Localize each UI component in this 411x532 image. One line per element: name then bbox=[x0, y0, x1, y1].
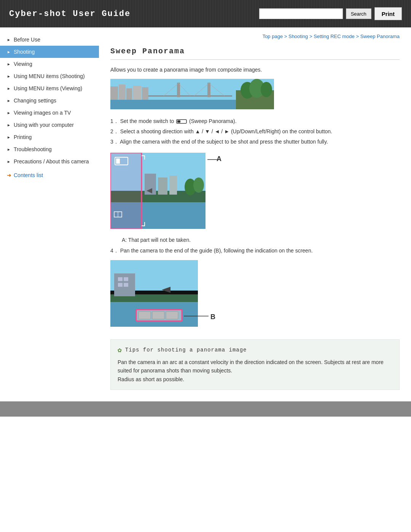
breadcrumb-setting-rec[interactable]: Setting REC mode bbox=[314, 34, 355, 39]
header-controls: Search Print bbox=[259, 7, 402, 20]
print-button[interactable]: Print bbox=[374, 7, 402, 20]
header: Cyber-shot User Guide Search Print bbox=[0, 0, 411, 27]
tips-icon: ✿ bbox=[118, 346, 122, 354]
sidebar-item-viewing-tv[interactable]: ► Viewing images on a TV bbox=[0, 107, 99, 119]
viewfinder-illustration: A bbox=[110, 153, 228, 230]
sidebar: ► Before Use ► Shooting ► Viewing ► Usin… bbox=[0, 27, 99, 401]
svg-rect-5 bbox=[126, 88, 132, 100]
sidebar-item-label: Using MENU items (Shooting) bbox=[14, 73, 85, 79]
step-number: 1． bbox=[110, 118, 119, 124]
step-4: 4． Pan the camera to the end of the guid… bbox=[110, 247, 400, 255]
step-text: Align the camera with the end of the sub… bbox=[120, 139, 328, 145]
sidebar-item-label: Using with your computer bbox=[14, 122, 74, 128]
chevron-right-icon: ► bbox=[7, 147, 11, 152]
tips-box: ✿ Tips for shooting a panorama image Pan… bbox=[110, 339, 400, 390]
chevron-right-icon: ► bbox=[7, 111, 11, 115]
sidebar-item-using-computer[interactable]: ► Using with your computer bbox=[0, 119, 99, 131]
content-area: Top page > Shooting > Setting REC mode >… bbox=[99, 27, 411, 401]
breadcrumb-sweep-panorama[interactable]: Sweep Panorama bbox=[360, 34, 400, 39]
step-number: 3． bbox=[110, 139, 119, 145]
breadcrumb-top-page[interactable]: Top page bbox=[263, 34, 283, 39]
sidebar-item-label: Before Use bbox=[14, 37, 40, 43]
search-button[interactable]: Search bbox=[346, 8, 371, 19]
sidebar-item-before-use[interactable]: ► Before Use bbox=[0, 34, 99, 46]
svg-rect-4 bbox=[119, 85, 126, 100]
step-text: Set the mode switch to bbox=[120, 118, 176, 124]
sidebar-item-label: Changing settings bbox=[14, 97, 56, 104]
svg-rect-10 bbox=[207, 83, 210, 97]
sidebar-item-label: Viewing images on a TV bbox=[14, 110, 71, 116]
sidebar-item-printing[interactable]: ► Printing bbox=[0, 131, 99, 143]
svg-rect-26 bbox=[169, 176, 177, 195]
breadcrumb: Top page > Shooting > Setting REC mode >… bbox=[110, 34, 400, 39]
svg-rect-44 bbox=[124, 283, 128, 287]
sidebar-item-shooting[interactable]: ► Shooting bbox=[0, 46, 99, 58]
step-3: 3． Align the camera with the end of the … bbox=[110, 138, 400, 146]
panorama-mode-icon bbox=[176, 118, 187, 125]
sidebar-item-viewing[interactable]: ► Viewing bbox=[0, 58, 99, 70]
sidebar-item-label: Using MENU items (Viewing) bbox=[14, 85, 82, 91]
chevron-right-icon: ► bbox=[7, 123, 11, 127]
svg-rect-48 bbox=[152, 312, 164, 319]
sidebar-item-menu-shooting[interactable]: ► Using MENU items (Shooting) bbox=[0, 70, 99, 82]
svg-rect-7 bbox=[142, 87, 148, 100]
sidebar-item-label: Precautions / About this camera bbox=[14, 158, 89, 165]
step-1: 1． Set the mode switch to (Sweep Panoram… bbox=[110, 117, 400, 125]
chevron-right-icon: ► bbox=[7, 50, 11, 54]
tips-text: Pan the camera in an arc at a constant v… bbox=[118, 358, 392, 383]
chevron-right-icon: ► bbox=[7, 38, 11, 42]
svg-rect-47 bbox=[139, 312, 151, 319]
label-a: A bbox=[217, 155, 221, 163]
contents-list-label: Contents list bbox=[14, 172, 43, 178]
arrow-right-icon: ➜ bbox=[7, 172, 11, 178]
contents-list-link[interactable]: ➜ Contents list bbox=[0, 168, 99, 183]
footer bbox=[0, 401, 411, 417]
chevron-right-icon: ► bbox=[7, 135, 11, 139]
chevron-right-icon: ► bbox=[7, 99, 11, 103]
chevron-right-icon: ► bbox=[7, 62, 11, 66]
sidebar-item-precautions[interactable]: ► Precautions / About this camera bbox=[0, 155, 99, 168]
svg-rect-41 bbox=[118, 277, 123, 281]
svg-point-28 bbox=[193, 177, 204, 193]
step-text: Pan the camera to the end of the guide (… bbox=[120, 248, 313, 254]
page-title: Sweep Panorama bbox=[110, 47, 400, 60]
step-2: 2． Select a shooting direction with ▲ / … bbox=[110, 128, 400, 136]
svg-rect-43 bbox=[118, 283, 123, 287]
search-input[interactable] bbox=[259, 8, 343, 19]
steps-list: 1． Set the mode switch to (Sweep Panoram… bbox=[110, 117, 400, 146]
sidebar-item-label: Viewing bbox=[14, 61, 32, 67]
sidebar-item-troubleshooting[interactable]: ► Troubleshooting bbox=[0, 143, 99, 155]
main-container: ► Before Use ► Shooting ► Viewing ► Usin… bbox=[0, 27, 411, 401]
breadcrumb-shooting[interactable]: Shooting bbox=[288, 34, 308, 39]
pan-svg bbox=[110, 260, 221, 327]
chevron-right-icon: ► bbox=[7, 74, 11, 78]
page-description: Allows you to create a panorama image fr… bbox=[110, 67, 400, 73]
sidebar-item-label: Troubleshooting bbox=[14, 146, 52, 152]
step-text-cont: (Sweep Panorama). bbox=[189, 118, 237, 124]
svg-rect-3 bbox=[110, 86, 118, 100]
viewfinder-svg bbox=[110, 153, 228, 229]
svg-point-17 bbox=[261, 82, 272, 97]
pan-illustration: B bbox=[110, 260, 221, 328]
sidebar-item-menu-viewing[interactable]: ► Using MENU items (Viewing) bbox=[0, 82, 99, 94]
sidebar-item-label: Shooting bbox=[14, 49, 35, 55]
step-text: Select a shooting direction with ▲ / ▼ /… bbox=[120, 128, 332, 134]
step-number: 4． bbox=[110, 248, 119, 254]
caption-a: A: That part will not be taken. bbox=[110, 237, 400, 243]
breadcrumb-separator: > bbox=[284, 34, 288, 39]
svg-rect-19 bbox=[177, 120, 180, 123]
label-b: B bbox=[210, 313, 215, 321]
chevron-right-icon: ► bbox=[7, 160, 11, 164]
svg-rect-49 bbox=[166, 312, 178, 319]
tips-title: ✿ Tips for shooting a panorama image bbox=[118, 346, 392, 354]
app-title: Cyber-shot User Guide bbox=[9, 9, 131, 19]
panorama-svg bbox=[110, 79, 274, 109]
chevron-right-icon: ► bbox=[7, 86, 11, 91]
breadcrumb-separator: > bbox=[309, 34, 314, 39]
svg-rect-42 bbox=[124, 277, 128, 281]
sidebar-item-changing-settings[interactable]: ► Changing settings bbox=[0, 94, 99, 107]
panorama-banner-image bbox=[110, 79, 400, 110]
step-number: 2． bbox=[110, 128, 119, 134]
breadcrumb-separator: > bbox=[356, 34, 360, 39]
svg-rect-6 bbox=[133, 86, 141, 100]
